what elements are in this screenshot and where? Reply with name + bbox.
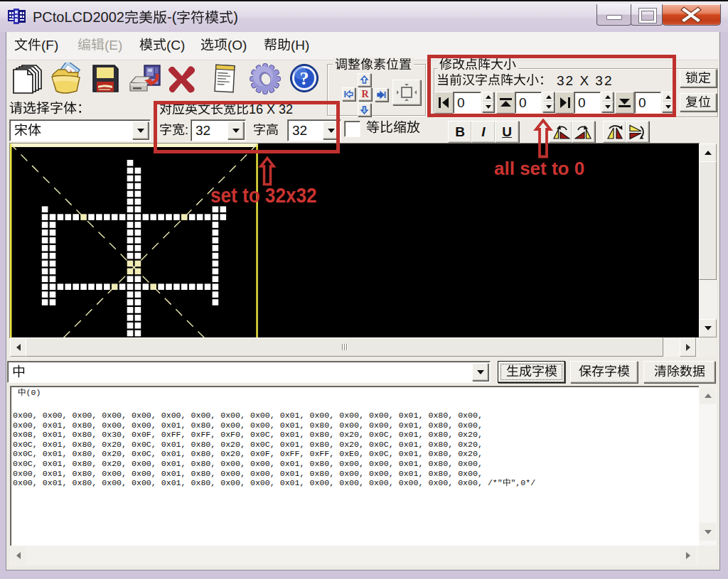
move-up-button[interactable] [358, 73, 371, 87]
menu-options[interactable]: (O) [200, 38, 247, 53]
char-height-combo[interactable]: 32 [287, 119, 341, 141]
new-file-button[interactable] [12, 63, 43, 94]
canvas-vscroll-thumb[interactable] [699, 161, 717, 280]
save-as-button[interactable] [129, 63, 160, 94]
right-edge-value[interactable]: 0 [574, 92, 601, 114]
lock-button[interactable] [680, 69, 717, 87]
bottom-edge-spinner[interactable] [662, 92, 674, 112]
cjk-glyph [23, 101, 36, 114]
glyph-canvas[interactable] [9, 143, 700, 338]
char-width-combo[interactable]: 32 [191, 119, 246, 141]
flip-vertical-button[interactable] [626, 121, 649, 143]
italic-button[interactable]: I [471, 121, 496, 143]
left-edge-value[interactable]: 0 [453, 92, 481, 114]
font-combo[interactable] [9, 119, 151, 141]
spin-down-button[interactable] [662, 102, 674, 112]
output-scroll-down-button[interactable] [699, 522, 717, 541]
spin-down-button[interactable] [482, 102, 494, 112]
spin-up-button[interactable] [542, 92, 555, 102]
char-height-value: 32 [292, 123, 307, 139]
cjk-glyph [526, 73, 539, 86]
delete-button[interactable] [166, 63, 198, 94]
reset-button[interactable] [680, 93, 717, 112]
font-select-label [9, 101, 90, 117]
menu-help[interactable]: (H) [264, 38, 309, 53]
spin-up-button[interactable] [601, 92, 614, 102]
output-vertical-scrollbar[interactable] [699, 386, 717, 546]
output-scroll-left-button[interactable] [10, 546, 26, 566]
help-button[interactable]: ? [289, 63, 320, 94]
char-combo-arrow[interactable] [472, 363, 488, 381]
maximize-icon [639, 9, 656, 23]
scroll-up-button[interactable] [699, 144, 717, 162]
right-edge-value-text: 0 [578, 95, 586, 111]
top-edge-value[interactable]: 0 [515, 92, 542, 114]
cjk-glyph [380, 120, 393, 134]
settings-button[interactable] [250, 63, 281, 94]
font-combo-arrow[interactable] [132, 121, 149, 139]
minimize-button[interactable] [596, 4, 631, 26]
canvas-horizontal-scrollbar[interactable] [10, 337, 699, 357]
rotate-left-button[interactable] [549, 121, 572, 143]
bottom-edge-spin-icon-button[interactable] [615, 92, 634, 114]
close-button[interactable] [662, 4, 721, 26]
scroll-left-button[interactable] [10, 337, 26, 357]
move-right-button[interactable] [375, 88, 388, 102]
open-file-button[interactable] [51, 63, 82, 94]
bold-button[interactable]: B [448, 121, 472, 143]
cjk-glyph [475, 73, 488, 86]
menu-file[interactable]: (F) [14, 38, 58, 53]
cjk-glyph [360, 58, 373, 70]
scroll-right-button[interactable] [680, 337, 696, 357]
cjk-glyph [172, 123, 185, 136]
output-horizontal-scrollbar[interactable] [10, 546, 699, 566]
rotate-right-button[interactable] [572, 121, 595, 143]
cjk-glyph [36, 101, 50, 114]
save-as-icon [129, 63, 161, 94]
spin-down-button[interactable] [601, 102, 614, 112]
right-edge-spinner[interactable] [601, 92, 614, 112]
top-edge-spinner[interactable] [542, 92, 555, 112]
clear-button[interactable] [643, 361, 715, 383]
generate-button[interactable] [498, 361, 565, 383]
scroll-down-button[interactable] [699, 319, 717, 337]
spin-up-button[interactable] [482, 92, 494, 102]
right-edge-spin-icon-button[interactable] [555, 92, 574, 114]
bottom-edge-value[interactable]: 0 [634, 92, 661, 114]
underline-button-label: U [502, 124, 512, 140]
canvas-vertical-scrollbar[interactable] [699, 144, 717, 337]
move-down-button[interactable] [358, 103, 371, 117]
char-height-combo-arrow[interactable] [323, 121, 339, 139]
save-fontdata-button[interactable] [570, 361, 638, 383]
reset-button-label [685, 95, 711, 110]
canvas-hscroll-thumb[interactable] [26, 337, 663, 357]
cjk-glyph [348, 58, 360, 70]
menu-mode[interactable]: (C) [139, 38, 185, 53]
center-button[interactable] [392, 80, 421, 105]
rotate-r-button[interactable]: R [358, 87, 372, 101]
cjk-glyph [667, 364, 680, 377]
spin-down-button[interactable] [542, 102, 555, 112]
underline-button[interactable]: U [495, 121, 519, 143]
bottom-edge-value-text: 0 [638, 95, 646, 111]
top-edge-spin-icon-button[interactable] [496, 92, 515, 114]
proportional-scale-checkbox[interactable] [344, 121, 360, 137]
char-combo[interactable] [7, 361, 491, 383]
flip-horizontal-button[interactable] [603, 121, 626, 143]
char-width-combo-arrow[interactable] [228, 121, 244, 139]
move-left-button[interactable] [342, 87, 355, 101]
output-textarea[interactable]: (0) 0x00, 0x00, 0x00, 0x00, 0x00, 0x00, … [10, 386, 700, 547]
up-arrow-icon [360, 75, 369, 85]
proportional-scale-label [366, 120, 420, 136]
spin-up-button[interactable] [662, 92, 674, 102]
cjk-glyph [617, 364, 630, 377]
output-scroll-up-button[interactable] [699, 386, 717, 405]
left-edge-spin-icon-button[interactable] [434, 92, 454, 114]
save-button[interactable] [90, 63, 121, 94]
notes-button[interactable] [210, 63, 242, 94]
scroll-up-icon [705, 151, 712, 155]
left-edge-spinner[interactable] [482, 92, 494, 112]
output-scroll-right-button[interactable] [680, 546, 696, 566]
maximize-button[interactable] [631, 4, 663, 26]
menu-edit[interactable]: (E) [77, 38, 122, 53]
